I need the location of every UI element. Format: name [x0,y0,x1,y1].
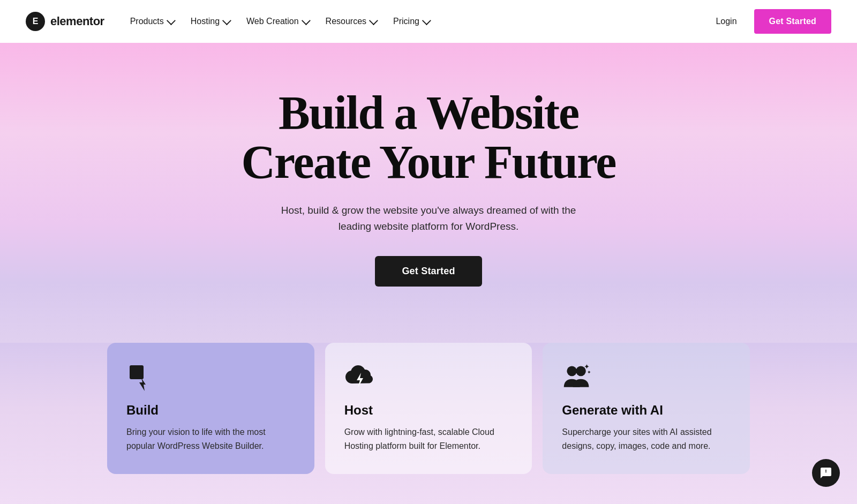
card-build-title: Build [126,403,295,418]
svg-text:✦: ✦ [587,370,591,375]
navbar: E elementor Products Hosting Web Creatio… [0,0,857,43]
card-build-description: Bring your vision to life with the most … [126,425,295,453]
nav-menu: Products Hosting Web Creation Resources [124,12,435,31]
card-build: Build Bring your vision to life with the… [107,343,314,474]
login-button[interactable]: Login [707,12,745,31]
nav-link-resources[interactable]: Resources [319,12,382,31]
chevron-down-icon [222,16,231,25]
nav-link-hosting[interactable]: Hosting [184,12,236,31]
ai-icon: ✦ ✦ [562,362,592,392]
nav-label-products: Products [130,17,164,26]
nav-item-hosting: Hosting [184,12,236,31]
card-ai: ✦ ✦ Generate with AI Supercharge your si… [543,343,750,474]
card-ai-title: Generate with AI [562,403,731,418]
nav-item-resources: Resources [319,12,382,31]
chevron-down-icon [167,16,176,25]
logo-text: elementor [50,14,104,28]
logo-e: E [33,17,39,26]
hero-headline: Build a Website Create Your Future [242,88,616,187]
card-ai-description: Supercharge your sites with AI assisted … [562,425,731,453]
card-host-description: Grow with lightning-fast, scalable Cloud… [344,425,513,453]
hero-headline-line2: Create Your Future [242,136,616,188]
nav-label-pricing: Pricing [393,17,419,26]
card-host-title: Host [344,403,513,418]
nav-item-pricing: Pricing [387,12,435,31]
nav-item-web-creation: Web Creation [240,12,315,31]
nav-item-products: Products [124,12,180,31]
cards-section: Build Bring your vision to life with the… [0,343,857,504]
svg-rect-0 [130,365,144,379]
nav-link-products[interactable]: Products [124,12,180,31]
chevron-down-icon [369,16,378,25]
build-icon-svg [127,363,155,391]
chat-icon [820,467,832,479]
chevron-down-icon [422,16,431,25]
ai-icon-svg: ✦ ✦ [562,363,592,391]
card-host: Host Grow with lightning-fast, scalable … [325,343,532,474]
host-icon [344,362,374,392]
nav-left: E elementor Products Hosting Web Creatio… [26,12,435,31]
nav-label-hosting: Hosting [191,17,220,26]
get-started-nav-button[interactable]: Get Started [754,9,831,34]
hero-subtext: Host, build & grow the website you've al… [279,202,578,235]
hero-section: Build a Website Create Your Future Host,… [0,43,857,343]
logo-icon: E [26,12,45,31]
nav-label-resources: Resources [326,17,366,26]
logo-link[interactable]: E elementor [26,12,104,31]
get-started-hero-button[interactable]: Get Started [375,256,482,287]
svg-point-3 [567,366,577,376]
nav-right: Login Get Started [707,9,831,34]
hero-headline-line1: Build a Website [279,87,578,139]
chat-button[interactable] [812,459,840,487]
nav-label-web-creation: Web Creation [246,17,299,26]
svg-marker-1 [139,378,146,391]
nav-link-pricing[interactable]: Pricing [387,12,435,31]
cards-container: Build Bring your vision to life with the… [107,343,750,474]
nav-link-web-creation[interactable]: Web Creation [240,12,315,31]
build-icon [126,362,156,392]
host-icon-svg [344,363,374,391]
chevron-down-icon [302,16,311,25]
